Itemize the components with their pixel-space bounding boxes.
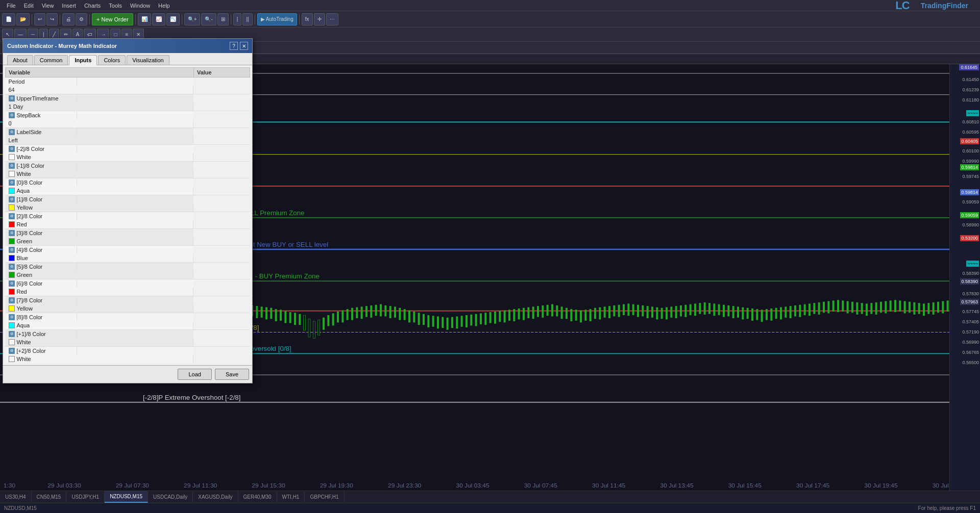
open-btn[interactable]: 📂 [16, 13, 30, 25]
svg-text:29 Jul 11:30: 29 Jul 11:30 [184, 483, 217, 489]
fit-btn[interactable]: ⊞ [217, 13, 229, 25]
col-variable: Variable [6, 68, 194, 78]
svg-rect-165 [661, 308, 663, 319]
svg-rect-116 [427, 315, 429, 327]
svg-rect-129 [489, 312, 492, 323]
menu-edit[interactable]: Edit [20, 2, 38, 10]
bottom-tab-xagusd-daily[interactable]: XAGUSD,Daily [193, 491, 238, 503]
indicator-dialog[interactable]: Custom Indicator - Murrey Math Indicator… [3, 38, 253, 383]
svg-rect-93 [318, 320, 320, 336]
param-value: Red [17, 221, 27, 227]
price-2-8: 0.53200 [960, 235, 979, 241]
param-row: ⚙[5]/8 ColorGreen [6, 263, 250, 279]
save-btn[interactable]: Save [215, 369, 249, 380]
bottom-tab-cn50-m15[interactable]: CN50,M15 [32, 491, 67, 503]
indicator-btn[interactable]: fx [302, 13, 313, 25]
menu-view[interactable]: View [38, 2, 58, 10]
zoom-out-btn[interactable]: 🔍- [201, 13, 216, 25]
svg-rect-200 [827, 301, 829, 314]
redo-btn[interactable]: ↪ [46, 13, 58, 25]
options-btn[interactable]: ⋯ [326, 13, 338, 25]
bottom-tab-usdcad-daily[interactable]: USDCAD,Daily [148, 491, 193, 503]
zoom-in-btn[interactable]: 🔍+ [184, 13, 201, 25]
color-swatch [9, 221, 15, 227]
bottom-tab-us30-h4[interactable]: US30,H4 [0, 491, 32, 503]
dialog-tab-inputs[interactable]: Inputs [69, 55, 97, 65]
svg-rect-117 [432, 316, 434, 326]
param-name: LabelSide [17, 129, 42, 135]
bottom-tab-ger40-m30[interactable]: GER40,M30 [238, 491, 277, 503]
svg-rect-138 [532, 306, 534, 319]
load-btn[interactable]: Load [178, 369, 211, 380]
svg-rect-207 [861, 303, 863, 314]
param-value: 64 [9, 87, 15, 93]
svg-rect-164 [656, 307, 658, 320]
crosshair-btn[interactable]: ✛ [314, 13, 325, 25]
svg-rect-92 [313, 321, 315, 338]
svg-rect-135 [518, 309, 520, 319]
print-btn[interactable]: 🖨 [62, 13, 75, 25]
param-name: [-2]/8 Color [17, 146, 44, 152]
svg-rect-152 [599, 307, 601, 320]
new-file-btn[interactable]: 📄 [2, 13, 15, 25]
price-axis: 0.61645 0.61450 0.61239 0.61180 ~~~~ 0.6… [949, 64, 980, 491]
dialog-tab-visualization[interactable]: Visualization [127, 55, 169, 65]
svg-rect-201 [832, 300, 835, 311]
svg-rect-215 [899, 300, 901, 311]
dialog-scroll[interactable]: Variable Value Period64⚙UpperTimeframe1 … [5, 67, 250, 363]
param-row: ⚙LabelSideLeft [6, 128, 250, 145]
svg-rect-97 [337, 312, 339, 322]
svg-rect-132 [504, 310, 506, 322]
bottom-tab-nzdusd-m15[interactable]: NZDUSD,M15 [105, 491, 148, 503]
chart-btn2[interactable]: 📈 [152, 13, 165, 25]
svg-rect-161 [642, 305, 644, 316]
svg-rect-125 [470, 315, 472, 325]
col-value: Value [193, 68, 250, 78]
color-swatch [9, 188, 15, 194]
color-swatch [9, 255, 15, 261]
param-name: UpperTimeframe [17, 95, 59, 101]
settings-btn[interactable]: ⚙ [76, 13, 87, 25]
menu-file[interactable]: File [3, 2, 20, 10]
period-btn1[interactable]: | [233, 13, 242, 25]
svg-rect-139 [537, 306, 539, 317]
menu-help[interactable]: Help [154, 2, 174, 10]
price-0-8: ~~~~ [966, 261, 979, 267]
svg-rect-223 [937, 302, 939, 313]
menu-charts[interactable]: Charts [80, 2, 105, 10]
bottom-tab-gbpchf-h1[interactable]: GBPCHF,H1 [305, 491, 344, 503]
chart-btn1[interactable]: 📊 [138, 13, 151, 25]
dialog-tab-colors[interactable]: Colors [98, 55, 126, 65]
svg-rect-148 [580, 310, 582, 322]
auto-trading-btn[interactable]: ▶ AutoTrading [257, 13, 297, 25]
svg-rect-176 [713, 303, 715, 316]
menu-tools[interactable]: Tools [105, 2, 126, 10]
svg-rect-118 [437, 316, 439, 328]
chart-btn3[interactable]: 📉 [166, 13, 180, 25]
param-name: [1]/8 Color [17, 196, 43, 202]
svg-rect-81 [261, 306, 263, 317]
dialog-tab-common[interactable]: Common [34, 55, 68, 65]
svg-rect-98 [341, 310, 344, 322]
menu-insert[interactable]: Insert [58, 2, 80, 10]
bottom-tab-usdjpy-h1[interactable]: USDJPY,H1 [66, 491, 105, 503]
period-btn2[interactable]: || [242, 13, 252, 25]
svg-rect-169 [680, 305, 682, 316]
undo-btn[interactable]: ↩ [34, 13, 45, 25]
dialog-close-btn[interactable]: ✕ [240, 42, 248, 50]
param-row: ⚙[8]/8 ColorAqua [6, 313, 250, 330]
svg-rect-83 [270, 308, 272, 319]
param-name: Period [9, 79, 25, 85]
menu-window[interactable]: Window [126, 2, 154, 10]
status-right: For help, please press F1 [918, 505, 976, 511]
svg-rect-212 [885, 301, 887, 314]
svg-rect-193 [794, 305, 796, 316]
dialog-help-btn[interactable]: ? [230, 42, 238, 50]
color-swatch [9, 289, 15, 295]
new-order-btn[interactable]: + New Order [92, 13, 133, 25]
svg-rect-140 [542, 305, 544, 318]
bottom-tab-wti-h1[interactable]: WTI,H1 [277, 491, 305, 503]
svg-rect-220 [923, 303, 925, 316]
auto-trading-icon: ▶ [261, 16, 265, 22]
dialog-tab-about[interactable]: About [7, 55, 33, 65]
